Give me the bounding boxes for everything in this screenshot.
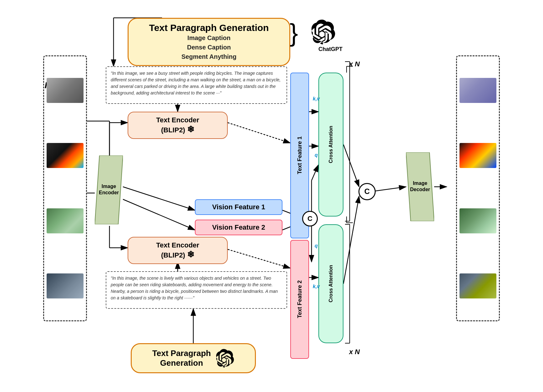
curly-brace: } bbox=[290, 20, 298, 45]
image-encoder-label: ImageEncoder bbox=[99, 183, 119, 196]
text-feature-1-label: Text Feature 1 bbox=[297, 136, 303, 174]
quote-top-text: "In this image, we see a busy street wit… bbox=[111, 70, 282, 96]
image-encoder-container: ImageEncoder bbox=[95, 155, 123, 224]
image-decoder-label: ImageDecoder bbox=[410, 180, 430, 193]
xn-bracket-top bbox=[343, 62, 362, 221]
text-feature-2-label: Text Feature 2 bbox=[297, 280, 303, 318]
image-thumb-3 bbox=[47, 208, 84, 233]
xn-label-bottom: x N bbox=[349, 348, 360, 356]
image-panel-right bbox=[456, 55, 500, 321]
chatgpt-label-top: ChatGPT bbox=[318, 46, 343, 53]
image-thumb-4 bbox=[47, 273, 84, 298]
text-encoder-top: Text Encoder(BLIP2) ❄ bbox=[128, 112, 228, 139]
kv-label-1: k,v bbox=[313, 96, 320, 102]
top-tpg-items: Image CaptionDense CaptionSegment Anythi… bbox=[135, 33, 283, 61]
main-container: Image Pairs Text Paragraph Generation Im… bbox=[0, 0, 543, 392]
concat-small: C bbox=[302, 211, 318, 227]
image-thumb-2 bbox=[47, 143, 84, 168]
chatgpt-icon-top bbox=[309, 18, 337, 46]
cross-attention-2-label: Cross Attention bbox=[328, 265, 334, 302]
vision-feature-1: Vision Feature 1 bbox=[195, 199, 282, 215]
image-thumb-r2 bbox=[459, 143, 496, 168]
svg-line-10 bbox=[228, 249, 290, 268]
image-thumb-r1 bbox=[459, 78, 496, 103]
cross-attention-2: Cross Attention bbox=[318, 224, 343, 343]
bottom-tpg-box: Text ParagraphGeneration bbox=[131, 343, 256, 373]
q-label-2: q bbox=[315, 243, 318, 249]
snowflake-top: ❄ bbox=[187, 125, 194, 134]
svg-line-1 bbox=[123, 187, 195, 210]
snowflake-bottom: ❄ bbox=[187, 250, 194, 259]
cross-attention-1: Cross Attention bbox=[318, 73, 343, 216]
kv-label-2: k,v bbox=[313, 284, 320, 289]
bottom-tpg-title: Text ParagraphGeneration bbox=[152, 349, 211, 368]
image-panel-left bbox=[43, 55, 87, 321]
svg-line-16 bbox=[312, 165, 318, 181]
xn-bracket-bottom bbox=[343, 224, 362, 343]
cross-attention-1-label: Cross Attention bbox=[328, 126, 334, 163]
image-decoder-container: ImageDecoder bbox=[406, 152, 434, 221]
quote-bottom-text: "In this image, the scene is lively with… bbox=[111, 275, 282, 301]
quote-box-bottom: "In this image, the scene is lively with… bbox=[106, 271, 287, 309]
text-encoder-bottom: Text Encoder(BLIP2) ❄ bbox=[128, 237, 228, 264]
svg-line-2 bbox=[123, 199, 195, 230]
image-thumb-r4 bbox=[459, 273, 496, 298]
chatgpt-icon-bottom bbox=[216, 349, 234, 368]
image-thumb-r3 bbox=[459, 208, 496, 233]
svg-line-9 bbox=[228, 123, 290, 143]
svg-line-21 bbox=[374, 187, 406, 191]
vision-feature-2: Vision Feature 2 bbox=[195, 220, 282, 235]
top-tpg-box: Text Paragraph Generation Image CaptionD… bbox=[128, 18, 290, 66]
diagram: Image Pairs Text Paragraph Generation Im… bbox=[37, 12, 506, 381]
quote-box-top: "In this image, we see a busy street wit… bbox=[106, 66, 287, 104]
image-thumb-1 bbox=[47, 78, 84, 103]
top-tpg-title: Text Paragraph Generation bbox=[135, 23, 283, 33]
vision-feature-2-label: Vision Feature 2 bbox=[212, 223, 265, 231]
text-feature-2: Text Feature 2 bbox=[290, 240, 309, 359]
q-label-1: q bbox=[315, 152, 318, 158]
vision-feature-1-label: Vision Feature 1 bbox=[212, 203, 265, 211]
